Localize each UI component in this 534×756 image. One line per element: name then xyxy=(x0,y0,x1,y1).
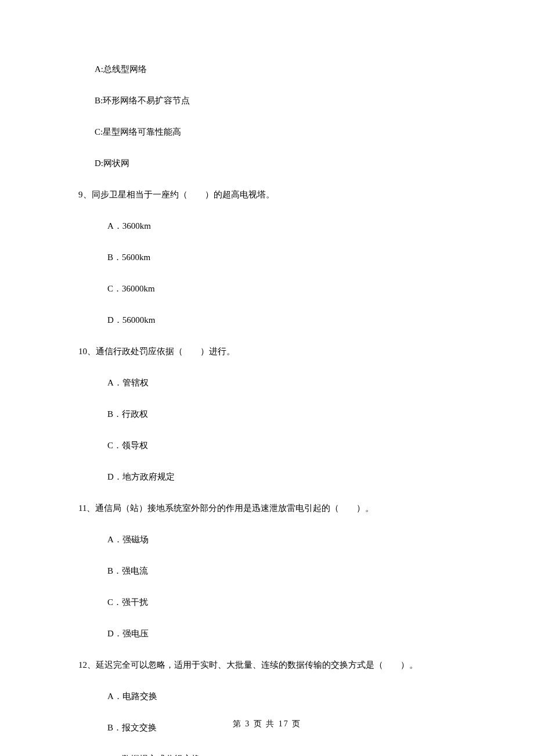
q12-option-c: C．数据报方式分组交换 xyxy=(78,754,476,756)
q11-option-c: C．强干扰 xyxy=(78,597,476,608)
q9-option-a: A．3600km xyxy=(78,221,476,232)
q8-option-c: C:星型网络可靠性能高 xyxy=(78,127,476,138)
q10-option-a: A．管辖权 xyxy=(78,377,476,388)
q9-option-b: B．5600km xyxy=(78,252,476,263)
q8-option-b: B:环形网络不易扩容节点 xyxy=(78,95,476,106)
q9-option-c: C．36000km xyxy=(78,283,476,294)
q11-text: 11、通信局（站）接地系统室外部分的作用是迅速泄放雷电引起的（ ）。 xyxy=(78,503,476,514)
q11-option-a: A．强磁场 xyxy=(78,534,476,545)
q10-text: 10、通信行政处罚应依据（ ）进行。 xyxy=(78,346,476,357)
q11-option-d: D．强电压 xyxy=(78,628,476,639)
q9-text: 9、同步卫星相当于一座约（ ）的超高电视塔。 xyxy=(78,189,476,200)
q10-option-b: B．行政权 xyxy=(78,409,476,420)
q10-option-d: D．地方政府规定 xyxy=(78,471,476,483)
q9-option-d: D．56000km xyxy=(78,315,476,326)
q11-option-b: B．强电流 xyxy=(78,566,476,577)
q12-text: 12、延迟完全可以忽略，适用于实时、大批量、连续的数据传输的交换方式是（ ）。 xyxy=(78,660,476,671)
q12-option-a: A．电路交换 xyxy=(78,691,476,702)
q10-option-c: C．领导权 xyxy=(78,440,476,451)
q8-option-a: A:总线型网络 xyxy=(78,64,476,75)
page-footer: 第 3 页 共 17 页 xyxy=(0,719,534,729)
q8-option-d: D:网状网 xyxy=(78,158,476,169)
